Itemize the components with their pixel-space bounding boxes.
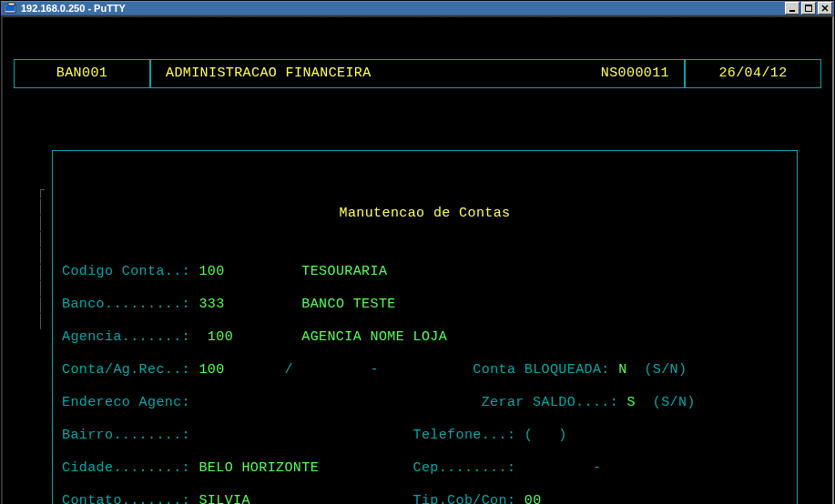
zerar-value[interactable]: S xyxy=(627,395,636,410)
conta-ag-label: Conta/Ag.Rec..: xyxy=(62,362,190,378)
telefone-label: Telefone...: xyxy=(412,428,515,443)
svg-rect-5 xyxy=(805,5,812,6)
cidade-label: Cidade........: xyxy=(62,460,190,476)
telefone-value[interactable]: ( ) xyxy=(524,428,567,443)
row-banco: Banco.........: 333 BANCO TESTE xyxy=(62,297,788,313)
banco-desc: BANCO TESTE xyxy=(301,297,395,312)
zerar-sn: (S/N) xyxy=(653,395,696,410)
window-buttons xyxy=(785,2,832,15)
titlebar[interactable]: 192.168.0.250 - PuTTY xyxy=(1,1,834,15)
zerar-label: Zerar SALDO....: xyxy=(482,395,618,410)
conta-ag-sep: / xyxy=(284,362,292,378)
agencia-value[interactable]: 100 xyxy=(199,329,233,345)
tipcob-label: Tip.Cob/Con: xyxy=(413,493,516,504)
terminal[interactable]: BAN001 ADMINISTRACAO FINANCEIRANS000011 … xyxy=(1,15,834,504)
header-title: ADMINISTRACAO FINANCEIRA xyxy=(166,66,372,82)
svg-rect-3 xyxy=(789,10,795,12)
header-boxes: BAN001 ADMINISTRACAO FINANCEIRANS000011 … xyxy=(6,59,829,88)
row-cidade: Cidade........: BELO HORIZONTE Cep......… xyxy=(62,460,788,477)
row-codigo-conta: Codigo Conta..: 100 TESOURARIA xyxy=(62,264,788,280)
putty-icon xyxy=(3,1,17,15)
window-title: 192.168.0.250 - PuTTY xyxy=(21,3,785,14)
minimize-button[interactable] xyxy=(785,2,799,15)
close-button[interactable] xyxy=(818,2,832,15)
agencia-label: Agencia.......: xyxy=(62,329,190,345)
cep-label: Cep........: xyxy=(412,460,515,476)
form-panel: Manutencao de Contas Codigo Conta..: 100… xyxy=(52,150,798,504)
svg-rect-1 xyxy=(5,5,15,11)
header-code: BAN001 xyxy=(14,59,150,88)
panel-title: Manutencao de Contas xyxy=(62,206,788,222)
bairro-label: Bairro........: xyxy=(62,428,190,443)
header-date: 26/04/12 xyxy=(685,59,821,88)
codigo-conta-label: Codigo Conta..: xyxy=(62,264,190,279)
conta-ag-value[interactable]: 100 xyxy=(199,362,224,378)
agencia-desc: AGENCIA NOME LOJA xyxy=(301,329,447,345)
banco-value[interactable]: 333 xyxy=(199,297,224,312)
cep-dash: - xyxy=(593,460,601,476)
row-endereco: Endereco Agenc: Zerar SALDO....: S (S/N) xyxy=(62,395,788,411)
codigo-conta-value[interactable]: 100 xyxy=(199,264,224,279)
maximize-button[interactable] xyxy=(801,2,816,15)
row-bairro: Bairro........: Telefone...: ( ) xyxy=(62,428,788,444)
conta-bloq-label: Conta BLOQUEADA: xyxy=(473,362,609,378)
endereco-label: Endereco Agenc: xyxy=(62,395,190,410)
header-ns: NS000011 xyxy=(601,66,669,82)
cidade-value[interactable]: BELO HORIZONTE xyxy=(199,460,319,476)
codigo-conta-desc: TESOURARIA xyxy=(301,264,387,279)
row-conta-ag: Conta/Ag.Rec..: 100 / - Conta BLOQUEADA:… xyxy=(62,362,788,378)
panel-left-ticks xyxy=(36,183,45,330)
row-contato: Contato.......: SILVIA Tip.Cob/Con: 00 xyxy=(62,493,788,504)
banco-label: Banco.........: xyxy=(62,297,190,312)
contato-value[interactable]: SILVIA xyxy=(199,493,249,504)
svg-rect-2 xyxy=(8,3,15,5)
contato-label: Contato.......: xyxy=(62,493,190,504)
tipcob-value[interactable]: 00 xyxy=(524,493,542,504)
header-title-box: ADMINISTRACAO FINANCEIRANS000011 xyxy=(150,59,685,88)
putty-window: 192.168.0.250 - PuTTY BAN001 ADMINISTRAC… xyxy=(0,0,835,504)
row-agencia: Agencia.......: 100 AGENCIA NOME LOJA xyxy=(62,329,788,346)
conta-bloq-value[interactable]: N xyxy=(618,362,626,378)
conta-ag-dash: - xyxy=(371,362,379,378)
conta-bloq-sn: (S/N) xyxy=(644,362,687,378)
